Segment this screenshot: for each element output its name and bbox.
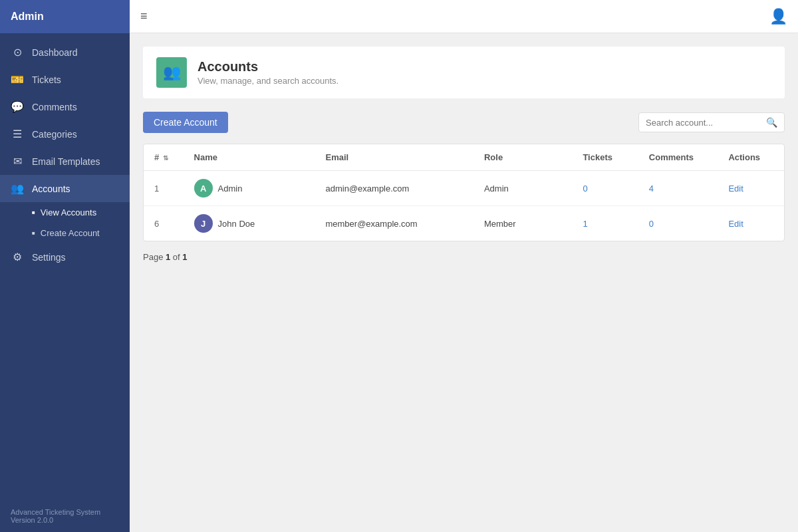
cell-tickets: 1: [572, 206, 638, 241]
bullet-icon-2: ■: [32, 230, 35, 236]
col-header-email[interactable]: Email: [315, 144, 473, 171]
table-body: 1 A Admin admin@example.com Admin 0 4 Ed…: [144, 171, 784, 241]
pagination-text: Page 1 of 1: [143, 252, 188, 262]
sidebar-label-view-accounts: View Accounts: [41, 207, 96, 217]
col-header-name[interactable]: Name: [184, 144, 315, 171]
cell-id: 1: [144, 171, 184, 206]
cell-comments: 4: [638, 171, 718, 206]
footer-line1: Advanced Ticketing System: [11, 508, 119, 516]
comments-icon: 💬: [11, 100, 24, 113]
sidebar-item-accounts[interactable]: 👥 Accounts: [0, 175, 130, 202]
sidebar-label-categories: Categories: [32, 129, 77, 140]
search-input[interactable]: [646, 118, 762, 128]
sidebar-label-tickets: Tickets: [32, 74, 61, 85]
sidebar-label-create-account: Create Account: [41, 228, 100, 238]
topbar: ≡ 👤: [130, 0, 798, 33]
sidebar-nav: ⊙ Dashboard 🎫 Tickets 💬 Comments ☰ Categ…: [0, 33, 130, 500]
page-header-icon: 👥: [156, 57, 187, 88]
sidebar-item-email-templates[interactable]: ✉ Email Templates: [0, 148, 130, 175]
page-header-text: Accounts View, manage, and search accoun…: [198, 59, 338, 86]
tickets-icon: 🎫: [11, 73, 24, 86]
user-account-icon[interactable]: 👤: [769, 8, 787, 25]
sidebar-item-create-account[interactable]: ■ Create Account: [0, 223, 130, 243]
pagination: Page 1 of 1: [143, 252, 785, 262]
table-row: 6 J John Doe member@example.com Member 1…: [144, 206, 784, 241]
settings-icon: ⚙: [11, 251, 24, 263]
sidebar-title: Admin: [11, 11, 44, 23]
bullet-icon: ■: [32, 209, 35, 215]
topbar-left: ≡: [140, 9, 148, 23]
sidebar-footer: Advanced Ticketing System Version 2.0.0: [0, 500, 130, 532]
table-row: 1 A Admin admin@example.com Admin 0 4 Ed…: [144, 171, 784, 206]
sidebar-item-dashboard[interactable]: ⊙ Dashboard: [0, 39, 130, 66]
cell-role: Member: [473, 206, 572, 241]
name-text: Admin: [218, 184, 243, 194]
toolbar: Create Account 🔍: [143, 112, 785, 133]
sidebar-label-dashboard: Dashboard: [32, 47, 78, 58]
tickets-link[interactable]: 1: [583, 219, 587, 229]
main-content: ≡ 👤 👥 Accounts View, manage, and search …: [130, 0, 798, 532]
table-header-row: # ⇅ Name Email Role Tickets Comments Act…: [144, 144, 784, 171]
cell-actions: Edit: [718, 206, 784, 241]
sidebar-item-comments[interactable]: 💬 Comments: [0, 93, 130, 120]
sidebar: Admin ⊙ Dashboard 🎫 Tickets 💬 Comments ☰…: [0, 0, 130, 532]
edit-link[interactable]: Edit: [728, 219, 743, 229]
cell-comments: 0: [638, 206, 718, 241]
dashboard-icon: ⊙: [11, 46, 24, 59]
page-header: 👥 Accounts View, manage, and search acco…: [143, 47, 785, 98]
edit-link[interactable]: Edit: [728, 184, 743, 194]
avatar: J: [194, 214, 213, 233]
col-header-id[interactable]: # ⇅: [144, 144, 184, 171]
sidebar-label-settings: Settings: [32, 252, 66, 263]
sidebar-item-view-accounts[interactable]: ■ View Accounts: [0, 202, 130, 223]
cell-email: member@example.com: [315, 206, 473, 241]
sort-icon: ⇅: [163, 154, 168, 162]
col-header-comments[interactable]: Comments: [638, 144, 718, 171]
avatar: A: [194, 179, 213, 198]
content-area: 👥 Accounts View, manage, and search acco…: [130, 33, 798, 532]
page-subtitle: View, manage, and search accounts.: [198, 76, 338, 86]
footer-line2: Version 2.0.0: [11, 516, 119, 524]
categories-icon: ☰: [11, 128, 24, 140]
sidebar-label-accounts: Accounts: [32, 184, 70, 194]
col-header-tickets[interactable]: Tickets: [572, 144, 638, 171]
cell-actions: Edit: [718, 171, 784, 206]
cell-name: A Admin: [184, 171, 315, 206]
col-header-actions: Actions: [718, 144, 784, 171]
comments-link[interactable]: 4: [649, 184, 654, 194]
accounts-icon: 👥: [11, 182, 24, 195]
col-header-role[interactable]: Role: [473, 144, 572, 171]
menu-icon[interactable]: ≡: [140, 9, 148, 23]
search-icon: 🔍: [766, 117, 777, 128]
page-title: Accounts: [198, 59, 338, 74]
email-icon: ✉: [11, 155, 24, 168]
name-text: John Doe: [218, 219, 255, 229]
sidebar-item-settings[interactable]: ⚙ Settings: [0, 243, 130, 271]
cell-name: J John Doe: [184, 206, 315, 241]
sidebar-header: Admin: [0, 0, 130, 33]
cell-id: 6: [144, 206, 184, 241]
create-account-button[interactable]: Create Account: [143, 112, 228, 133]
sidebar-label-email-templates: Email Templates: [32, 156, 100, 167]
cell-role: Admin: [473, 171, 572, 206]
sidebar-label-comments: Comments: [32, 102, 77, 112]
sub-nav: ■ View Accounts ■ Create Account: [0, 202, 130, 243]
comments-link[interactable]: 0: [649, 219, 654, 229]
cell-email: admin@example.com: [315, 171, 473, 206]
topbar-right: 👤: [769, 8, 787, 25]
accounts-table: # ⇅ Name Email Role Tickets Comments Act…: [144, 144, 784, 241]
cell-tickets: 0: [572, 171, 638, 206]
sidebar-item-categories[interactable]: ☰ Categories: [0, 120, 130, 148]
search-box: 🔍: [638, 112, 785, 132]
accounts-table-container: # ⇅ Name Email Role Tickets Comments Act…: [143, 144, 785, 241]
tickets-link[interactable]: 0: [583, 184, 587, 194]
sidebar-item-tickets[interactable]: 🎫 Tickets: [0, 66, 130, 93]
